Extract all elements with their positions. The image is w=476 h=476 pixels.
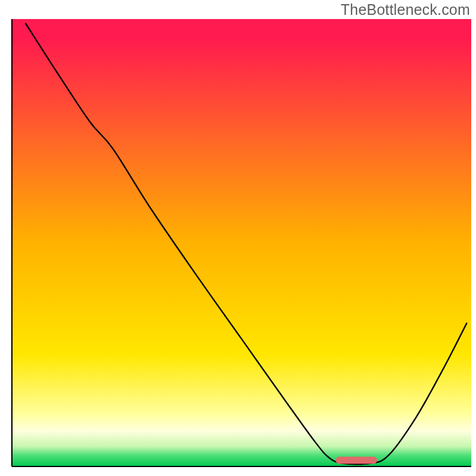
optimal-range-marker: [336, 456, 377, 464]
plot-background: [12, 19, 471, 466]
chart-container: TheBottleneck.com: [0, 0, 476, 476]
bottleneck-chart: [0, 0, 476, 476]
